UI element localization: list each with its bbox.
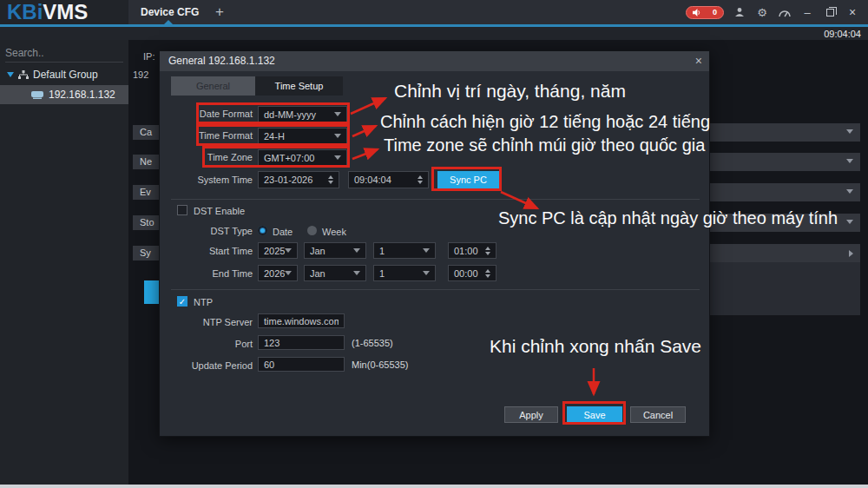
tab-general[interactable]: General bbox=[171, 76, 255, 96]
dst-enable-checkbox[interactable] bbox=[177, 205, 187, 215]
start-time-spinner[interactable]: 01:00 bbox=[448, 242, 496, 259]
spinner-arrows-icon[interactable] bbox=[418, 175, 423, 184]
end-time-label: End Time bbox=[160, 266, 253, 282]
spinner-arrows-icon[interactable] bbox=[328, 175, 333, 184]
menu-item-system[interactable]: Sy bbox=[133, 246, 159, 260]
apply-button[interactable]: Apply bbox=[504, 406, 558, 423]
start-time-label: Start Time bbox=[160, 243, 253, 260]
menu-item-storage[interactable]: Sto bbox=[133, 215, 159, 230]
date-format-value: dd-MM-yyyy bbox=[264, 109, 334, 120]
search-input[interactable] bbox=[5, 47, 140, 59]
collapsed-panel-4[interactable] bbox=[710, 214, 860, 232]
dst-type-date-radio[interactable] bbox=[258, 226, 267, 235]
date-format-dropdown[interactable]: dd-MM-yyyy bbox=[258, 106, 347, 122]
chevron-down-icon bbox=[353, 248, 360, 253]
end-year-value: 2026 bbox=[264, 268, 285, 279]
menu-item-camera[interactable]: Ca bbox=[133, 125, 159, 140]
alarm-count: 0 bbox=[713, 8, 717, 16]
time-setup-dialog: General 192.168.1.132 × General Time Set… bbox=[159, 50, 710, 437]
end-time-spinner[interactable]: 00:00 bbox=[448, 265, 496, 281]
system-time-label: System Time bbox=[160, 172, 253, 188]
expand-caret-icon[interactable] bbox=[7, 72, 14, 77]
port-label: Port bbox=[160, 336, 253, 353]
device-label: 192.168.1.132 bbox=[49, 89, 115, 101]
chevron-down-icon bbox=[334, 112, 341, 116]
restore-button[interactable] bbox=[823, 5, 837, 19]
end-month-value: Jan bbox=[310, 268, 353, 279]
menu-item-event[interactable]: Ev bbox=[133, 185, 159, 200]
menu-item-network[interactable]: Ne bbox=[133, 155, 159, 169]
update-period-input[interactable] bbox=[258, 357, 345, 372]
settings-gear-icon[interactable]: ⚙ bbox=[755, 5, 769, 19]
chevron-down-icon bbox=[846, 189, 853, 194]
ntp-checkbox[interactable]: ✓ bbox=[177, 296, 187, 307]
minimize-button[interactable]: – bbox=[800, 5, 814, 19]
chevron-down-icon bbox=[423, 248, 430, 253]
date-format-label: Date Format bbox=[160, 106, 253, 122]
start-year-dropdown[interactable]: 2025 bbox=[258, 242, 298, 259]
update-period-label: Update Period bbox=[160, 358, 253, 374]
sub-bar bbox=[0, 27, 868, 40]
app-logo: KBiVMS bbox=[0, 0, 128, 24]
dst-type-label: DST Type bbox=[160, 223, 253, 240]
chevron-down-icon bbox=[423, 271, 430, 275]
dialog-close-icon[interactable]: × bbox=[695, 54, 702, 68]
system-time-spinner[interactable]: 09:04:04 bbox=[348, 171, 429, 188]
port-input[interactable] bbox=[258, 335, 345, 350]
tree-item-device[interactable]: 192.168.1.132 bbox=[0, 85, 128, 104]
dst-type-date-label: Date bbox=[273, 226, 293, 238]
start-month-dropdown[interactable]: Jan bbox=[304, 242, 366, 259]
spinner-arrows-icon[interactable] bbox=[485, 269, 490, 278]
bg-ip-label: IP: bbox=[143, 51, 155, 62]
chevron-down-icon bbox=[334, 134, 341, 138]
collapsed-panel-1[interactable] bbox=[710, 123, 860, 142]
alarm-badge[interactable]: 0 bbox=[686, 6, 724, 19]
window-close-button[interactable]: × bbox=[845, 5, 859, 19]
tree-item-default-group[interactable]: Default Group bbox=[0, 66, 128, 83]
panel-body bbox=[710, 262, 860, 315]
logo-suffix: VMS bbox=[43, 0, 88, 23]
section-divider bbox=[171, 199, 700, 200]
start-day-value: 1 bbox=[379, 246, 423, 256]
time-format-dropdown[interactable]: 24-H bbox=[258, 128, 347, 144]
tab-time-setup[interactable]: Time Setup bbox=[255, 76, 343, 96]
logo-prefix: KBi bbox=[7, 0, 43, 23]
collapsed-panel-2[interactable] bbox=[710, 153, 860, 171]
system-clock: 09:04:04 bbox=[824, 29, 861, 39]
sync-pc-button[interactable]: Sync PC bbox=[437, 171, 499, 189]
group-label: Default Group bbox=[33, 69, 98, 81]
search-box[interactable] bbox=[5, 43, 123, 63]
system-date-value: 23-01-2026 bbox=[264, 175, 328, 185]
chevron-down-icon bbox=[334, 155, 341, 160]
collapsed-panel-5[interactable] bbox=[710, 244, 860, 262]
partial-blue-button[interactable] bbox=[144, 280, 159, 304]
time-format-label: Time Format bbox=[160, 128, 253, 144]
start-time-value: 01:00 bbox=[454, 246, 485, 256]
end-month-dropdown[interactable]: Jan bbox=[304, 265, 366, 281]
system-date-spinner[interactable]: 23-01-2026 bbox=[258, 171, 339, 188]
end-time-value: 00:00 bbox=[454, 268, 485, 279]
cancel-button[interactable]: Cancel bbox=[630, 406, 686, 423]
chevron-right-icon bbox=[849, 250, 853, 257]
ntp-server-input[interactable] bbox=[258, 313, 345, 328]
chevron-down-icon bbox=[353, 271, 360, 275]
window-bottom-edge bbox=[0, 485, 868, 488]
chevron-down-icon bbox=[846, 159, 853, 163]
spinner-arrows-icon[interactable] bbox=[485, 247, 490, 255]
new-tab-button[interactable]: + bbox=[208, 0, 231, 24]
end-year-dropdown[interactable]: 2026 bbox=[258, 265, 298, 281]
dst-enable-label: DST Enable bbox=[194, 205, 245, 217]
performance-gauge-icon[interactable] bbox=[778, 5, 792, 19]
time-zone-dropdown[interactable]: GMT+07:00 bbox=[258, 149, 347, 166]
save-button[interactable]: Save bbox=[567, 406, 622, 423]
collapsed-panel-3[interactable] bbox=[710, 183, 860, 201]
start-day-dropdown[interactable]: 1 bbox=[373, 242, 436, 259]
user-icon[interactable] bbox=[733, 5, 746, 19]
group-icon bbox=[18, 70, 29, 80]
end-day-dropdown[interactable]: 1 bbox=[373, 265, 436, 281]
ntp-label: NTP bbox=[194, 296, 213, 308]
time-zone-label: Time Zone bbox=[160, 149, 253, 166]
start-year-value: 2025 bbox=[264, 246, 285, 256]
device-icon bbox=[31, 91, 43, 99]
dst-type-week-radio[interactable] bbox=[307, 226, 317, 235]
